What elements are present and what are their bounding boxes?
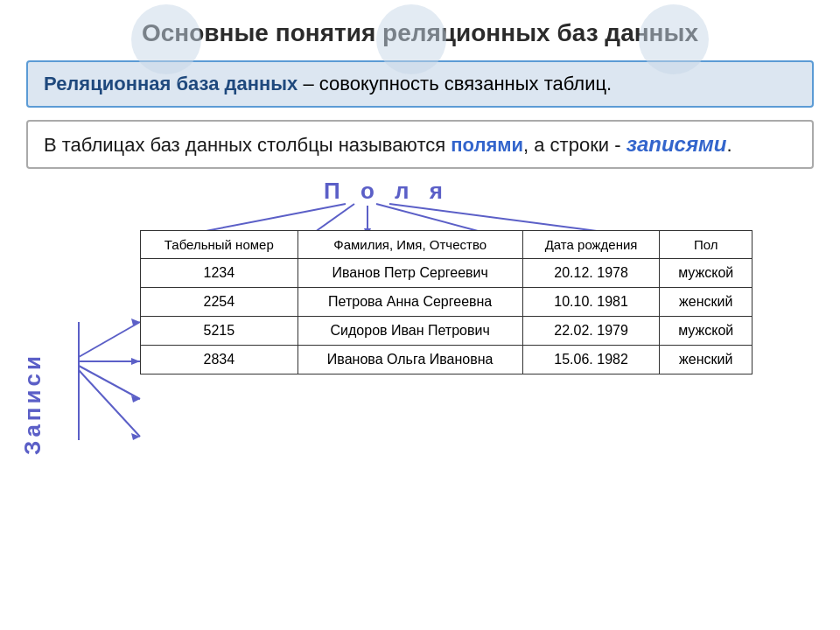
decor-circle-3 [639, 4, 709, 74]
page: Основные понятия реляционных баз данных … [0, 0, 840, 630]
table-cell-1-3: женский [660, 288, 752, 317]
table-cell-0-3: мужской [660, 259, 752, 288]
svg-line-4 [376, 204, 481, 232]
table-header-row: Табельный номер Фамилия, Имя, Отчество Д… [141, 231, 752, 259]
svg-marker-11 [131, 358, 140, 365]
table-cell-0-2: 20.12. 1978 [522, 259, 660, 288]
svg-line-6 [79, 322, 140, 357]
second-middle: , а строки - [523, 134, 626, 156]
database-table: Табельный номер Фамилия, Имя, Отчество Д… [140, 230, 752, 374]
polya-label: П о л я [324, 178, 450, 205]
table-cell-2-3: мужской [660, 317, 752, 346]
table-cell-3-1: Иванова Ольга Ивановна [298, 346, 522, 374]
svg-marker-12 [131, 396, 140, 402]
table-row: 2834Иванова Ольга Ивановна15.06. 1982жен… [141, 346, 752, 374]
table-cell-1-0: 2254 [141, 288, 298, 317]
col-header-tabelny: Табельный номер [141, 231, 298, 259]
svg-line-2 [201, 204, 346, 232]
svg-line-9 [79, 370, 140, 437]
second-suffix: . [726, 134, 732, 156]
table-cell-2-0: 5215 [141, 317, 298, 346]
svg-marker-10 [131, 318, 140, 326]
decor-circle-2 [376, 4, 446, 74]
zapisi-label: Записи [19, 353, 46, 455]
table-cell-3-3: женский [660, 346, 752, 374]
table-cell-0-0: 1234 [141, 259, 298, 288]
table-cell-3-2: 15.06. 1982 [522, 346, 660, 374]
table-row: 2254Петрова Анна Сергеевна10.10. 1981жен… [141, 288, 752, 317]
col-header-dob: Дата рождения [522, 231, 660, 259]
table-cell-2-2: 22.02. 1979 [522, 317, 660, 346]
table-cell-1-1: Петрова Анна Сергеевна [298, 288, 522, 317]
table-row: 1234Иванов Петр Сергеевич20.12. 1978мужс… [141, 259, 752, 288]
definition-rest: – совокупность связанных таблиц. [298, 73, 612, 94]
table-cell-3-0: 2834 [141, 346, 298, 374]
col-header-pol: Пол [660, 231, 752, 259]
second-prefix: В таблицах баз данных столбцы называются [44, 134, 451, 156]
svg-line-5 [389, 204, 604, 232]
table-cell-2-1: Сидоров Иван Петрович [298, 317, 522, 346]
definition-term: Реляционная база данных [44, 73, 298, 94]
svg-marker-13 [131, 433, 140, 440]
word-polya: полями [451, 134, 523, 156]
word-zapisyami: записями [626, 132, 727, 156]
table-cell-0-1: Иванов Петр Сергеевич [298, 259, 522, 288]
second-paragraph-box: В таблицах баз данных столбцы называются… [26, 120, 814, 169]
table-cell-1-2: 10.10. 1981 [522, 288, 660, 317]
col-header-fio: Фамилия, Имя, Отчество [298, 231, 522, 259]
table-row: 5215Сидоров Иван Петрович22.02. 1979мужс… [141, 317, 752, 346]
decor-circle-1 [131, 4, 201, 74]
svg-line-8 [79, 366, 140, 399]
diagram-area: П о л я Записи [26, 178, 814, 501]
svg-line-3 [315, 204, 354, 232]
